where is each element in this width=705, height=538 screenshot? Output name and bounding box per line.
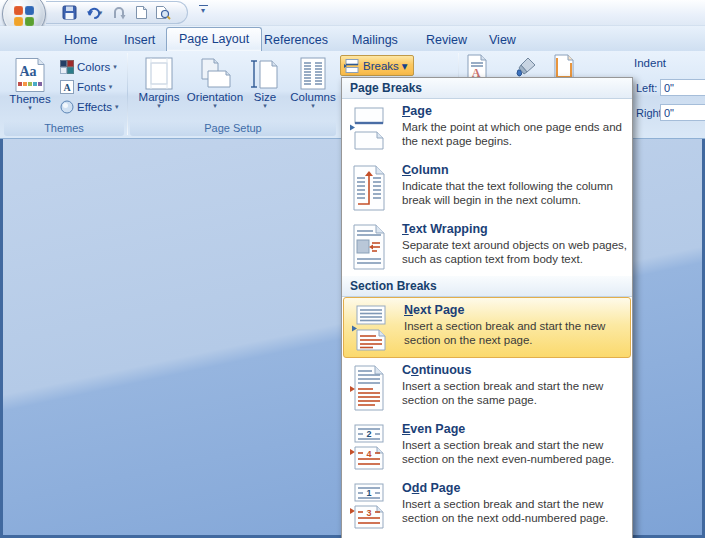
chevron-down-icon: ▾ <box>109 83 113 91</box>
chevron-down-icon: ▾ <box>157 103 161 109</box>
menu-item-column-break[interactable]: Column Indicate that the text following … <box>342 158 632 217</box>
indent-left-label: Left: <box>636 82 657 94</box>
margins-button[interactable]: Margins ▾ <box>133 55 185 109</box>
menu-item-description: Insert a section break and start the new… <box>404 319 626 347</box>
themes-button[interactable]: Aa Themes ▾ <box>8 55 52 111</box>
new-document-icon <box>135 5 148 20</box>
menu-item-title: Text Wrapping <box>402 222 628 237</box>
tab-references[interactable]: References <box>252 29 340 51</box>
menu-item-next-page-break[interactable]: Next Page Insert a section break and sta… <box>343 297 631 358</box>
theme-fonts-label: Fonts <box>77 81 106 93</box>
customize-bar-glyph <box>199 5 208 6</box>
orientation-icon <box>198 57 232 91</box>
menu-item-description: Insert a section break and start the new… <box>402 379 628 407</box>
chevron-down-icon: ▾ <box>113 63 117 71</box>
menu-item-title: Next Page <box>404 303 626 318</box>
breaks-button[interactable]: Breaks ▾ <box>340 55 414 76</box>
customize-quick-access-button[interactable]: ▾ <box>196 5 210 14</box>
columns-button[interactable]: Columns ▾ <box>288 55 338 109</box>
menu-item-description: Mark the point at which one page ends an… <box>402 120 628 148</box>
size-button[interactable]: Size ▾ <box>245 55 285 109</box>
undo-dropdown-caret[interactable]: ▾ <box>99 9 103 17</box>
menu-item-title: Odd Page <box>402 481 628 496</box>
new-document-button[interactable] <box>132 4 150 22</box>
even-page-break-icon: 2 4 <box>349 423 389 471</box>
svg-text:A: A <box>63 82 71 93</box>
indent-group-label: Indent <box>634 57 666 69</box>
menu-item-title: Page <box>402 104 628 119</box>
margins-icon <box>144 57 174 91</box>
themes-group-label[interactable]: Themes <box>4 121 124 136</box>
odd-page-break-icon: 1 3 <box>349 482 389 530</box>
svg-text:Aa: Aa <box>19 64 36 79</box>
page-color-icon <box>515 55 539 79</box>
page-setup-group-label[interactable]: Page Setup <box>130 121 336 136</box>
theme-effects-label: Effects <box>77 101 112 113</box>
tab-insert[interactable]: Insert <box>112 29 167 51</box>
tab-review[interactable]: Review <box>414 29 479 51</box>
menu-item-description: Insert a section break and start the new… <box>402 438 628 466</box>
menu-item-description: Insert a section break and start the new… <box>402 497 628 525</box>
theme-colors-button[interactable]: Colors ▾ <box>60 57 118 77</box>
theme-colors-label: Colors <box>77 61 110 73</box>
title-bar: ▾ ▾ <box>0 0 705 26</box>
undo-button[interactable]: ▾ <box>82 4 106 22</box>
indent-right-input[interactable] <box>660 104 705 121</box>
print-preview-icon <box>155 5 171 20</box>
theme-effects-icon <box>60 100 74 114</box>
redo-icon <box>112 5 127 20</box>
menu-item-page-break[interactable]: Page Mark the point at which one page en… <box>342 99 632 158</box>
save-icon <box>62 5 77 20</box>
theme-fonts-button[interactable]: A Fonts ▾ <box>60 77 118 97</box>
indent-left-input[interactable] <box>660 79 705 96</box>
breaks-icon <box>344 59 360 73</box>
svg-text:4: 4 <box>366 449 371 459</box>
save-button[interactable] <box>60 4 78 22</box>
chevron-down-icon: ▾ <box>28 105 32 111</box>
menu-item-title: Continuous <box>402 363 628 378</box>
svg-text:3: 3 <box>366 508 371 518</box>
quick-access-toolbar: ▾ <box>46 1 188 24</box>
print-preview-button[interactable] <box>154 4 172 22</box>
word-window: ▾ ▾ <box>0 0 705 538</box>
indent-group: Indent Left: Right: <box>626 53 705 137</box>
redo-button[interactable] <box>110 4 128 22</box>
next-page-break-icon <box>351 304 391 352</box>
menu-item-even-page-break[interactable]: 2 4 Even Page Insert a section break and… <box>342 417 632 476</box>
menu-item-odd-page-break[interactable]: 1 3 Odd Page Insert a section break and … <box>342 476 632 535</box>
size-icon <box>250 57 280 91</box>
menu-item-text-wrapping-break[interactable]: Text Wrapping Separate text around objec… <box>342 217 632 276</box>
menu-item-title: Column <box>402 163 628 178</box>
breaks-menu: Page Breaks Page Mark the point at which… <box>341 77 633 538</box>
tab-mailings[interactable]: Mailings <box>340 29 410 51</box>
columns-icon <box>299 57 327 91</box>
office-logo-icon <box>14 6 34 26</box>
svg-text:1: 1 <box>366 488 371 498</box>
tab-home[interactable]: Home <box>52 29 109 51</box>
breaks-label: Breaks <box>363 60 399 72</box>
themes-icon: Aa <box>14 57 46 93</box>
page-break-icon <box>349 105 389 153</box>
ribbon-tab-strip: Home Insert Page Layout References Maili… <box>0 26 705 51</box>
chevron-down-icon: ▾ <box>115 103 119 111</box>
tab-view[interactable]: View <box>477 29 528 51</box>
column-break-icon <box>349 164 389 212</box>
theme-fonts-icon: A <box>60 80 74 94</box>
menu-item-description: Indicate that the text following the col… <box>402 179 628 207</box>
svg-text:2: 2 <box>366 429 371 439</box>
orientation-button[interactable]: Orientation ▾ <box>186 55 244 109</box>
chevron-down-icon: ▾ <box>311 103 315 109</box>
text-wrapping-break-icon <box>349 223 389 271</box>
theme-colors-icon <box>60 60 74 74</box>
chevron-down-icon: ▾ <box>213 103 217 109</box>
menu-item-title: Even Page <box>402 422 628 437</box>
menu-item-continuous-break[interactable]: Continuous Insert a section break and st… <box>342 358 632 417</box>
tab-page-layout[interactable]: Page Layout <box>166 27 262 51</box>
theme-effects-button[interactable]: Effects ▾ <box>60 97 118 117</box>
chevron-down-icon: ▾ <box>402 59 408 73</box>
chevron-down-icon: ▾ <box>263 103 267 109</box>
group-separator <box>127 53 128 135</box>
page-breaks-section-header: Page Breaks <box>342 78 632 99</box>
menu-item-description: Separate text around objects on web page… <box>402 238 628 266</box>
continuous-break-icon <box>349 364 389 412</box>
